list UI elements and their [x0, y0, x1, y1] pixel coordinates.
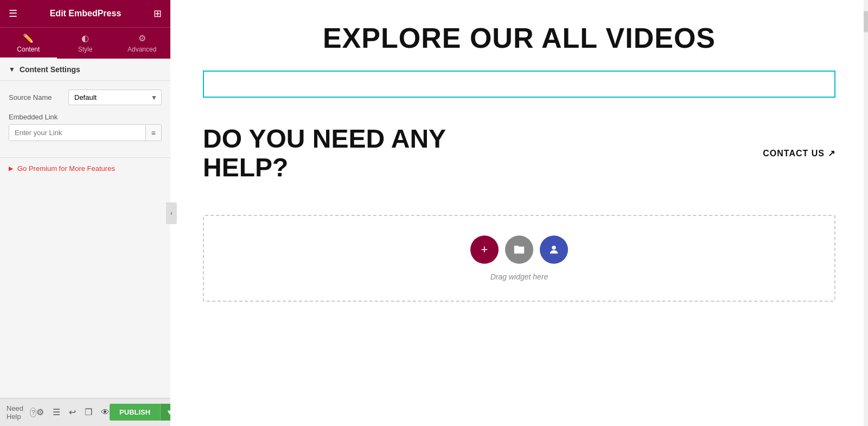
advanced-tab-label: Advanced: [127, 46, 156, 53]
bottom-bar-icons: ⚙ ☰ ↩ ❐ 👁: [36, 407, 110, 417]
bottom-bar: Need Help ? ⚙ ☰ ↩ ❐ 👁 PUBLISH ▼: [0, 398, 170, 426]
embedded-link-group: Embedded Link ≡: [9, 113, 162, 141]
widget-drop-area[interactable]: + Drag widget here: [203, 215, 835, 302]
help-question-mark: ?: [31, 409, 35, 416]
external-link-icon: ↗: [828, 148, 835, 158]
left-panel: ☰ Edit EmbedPress ⊞ ✏️ Content ◐ Style ⚙…: [0, 0, 170, 426]
help-icon[interactable]: ?: [30, 408, 36, 417]
drag-widget-text: Drag widget here: [490, 272, 548, 281]
source-name-row: Source Name Default ▼: [9, 90, 162, 105]
folder-widget-button[interactable]: [505, 236, 533, 264]
content-settings-header[interactable]: ▼ Content Settings: [0, 59, 170, 81]
content-tab-icon: ✏️: [23, 33, 34, 43]
embedded-link-label: Embedded Link: [9, 113, 162, 121]
panel-title: Edit EmbedPress: [50, 9, 122, 18]
main-area: EXPLORE OUR ALL VIDEOS DO YOU NEED ANY H…: [170, 0, 868, 426]
premium-section: ▶ Go Premium for More Features: [0, 157, 170, 179]
style-tab-icon: ◐: [81, 33, 89, 43]
help-title-line2: HELP?: [203, 154, 446, 182]
contact-us-link[interactable]: CONTACT US ↗: [763, 148, 835, 158]
contact-us-label: CONTACT US: [763, 149, 825, 158]
source-name-select[interactable]: Default: [68, 90, 162, 105]
panel-header: ☰ Edit EmbedPress ⊞: [0, 0, 170, 27]
main-content: EXPLORE OUR ALL VIDEOS DO YOU NEED ANY H…: [170, 0, 868, 340]
widget-buttons: +: [470, 236, 568, 264]
explore-title: EXPLORE OUR ALL VIDEOS: [203, 22, 835, 54]
premium-link[interactable]: ▶ Go Premium for More Features: [9, 164, 162, 173]
need-help-label: Need Help: [7, 404, 27, 421]
content-tab-label: Content: [17, 46, 40, 53]
layers-icon[interactable]: ☰: [53, 407, 60, 417]
need-help-area: Need Help ?: [7, 404, 36, 421]
grid-icon[interactable]: ⊞: [154, 8, 162, 20]
hamburger-icon[interactable]: ☰: [9, 8, 17, 20]
tab-advanced[interactable]: ⚙ Advanced: [113, 28, 170, 59]
advanced-tab-icon: ⚙: [138, 33, 146, 43]
content-settings-form: Source Name Default ▼ Embedded Link ≡: [0, 81, 170, 157]
link-list-icon[interactable]: ≡: [145, 125, 161, 141]
settings-icon[interactable]: ⚙: [36, 407, 44, 417]
panel-tabs: ✏️ Content ◐ Style ⚙ Advanced: [0, 27, 170, 59]
publish-btn-wrapper: PUBLISH ▼: [110, 404, 178, 421]
premium-link-label: Go Premium for More Features: [17, 164, 115, 173]
section-arrow-icon: ▼: [9, 66, 15, 73]
embed-placeholder: [203, 71, 835, 98]
preview-icon[interactable]: 👁: [101, 408, 110, 417]
scrollbar[interactable]: [864, 0, 868, 426]
scrollbar-thumb: [864, 11, 868, 33]
add-widget-button[interactable]: +: [470, 236, 499, 264]
svg-point-0: [552, 245, 556, 249]
embedded-link-input-wrapper: ≡: [9, 124, 162, 141]
source-name-label: Source Name: [9, 93, 68, 101]
help-title-line1: DO YOU NEED ANY: [203, 125, 446, 154]
source-name-control: Default ▼: [68, 90, 162, 105]
embedded-link-input[interactable]: [9, 125, 145, 141]
history-icon[interactable]: ↩: [69, 407, 76, 417]
content-settings-title: Content Settings: [20, 65, 80, 74]
style-tab-label: Style: [78, 46, 93, 53]
panel-collapse-button[interactable]: ‹: [166, 202, 177, 224]
responsive-icon[interactable]: ❐: [85, 407, 92, 417]
source-name-select-wrapper: Default ▼: [68, 90, 162, 105]
panel-content: ▼ Content Settings Source Name Default ▼: [0, 59, 170, 426]
help-section: DO YOU NEED ANY HELP? CONTACT US ↗: [203, 114, 835, 193]
tab-content[interactable]: ✏️ Content: [0, 28, 57, 59]
tab-style[interactable]: ◐ Style: [57, 28, 114, 59]
collapse-icon: ‹: [170, 209, 173, 217]
user-widget-button[interactable]: [540, 236, 568, 264]
publish-button[interactable]: PUBLISH: [110, 404, 160, 421]
premium-arrow-icon: ▶: [9, 165, 13, 172]
help-title: DO YOU NEED ANY HELP?: [203, 125, 446, 182]
